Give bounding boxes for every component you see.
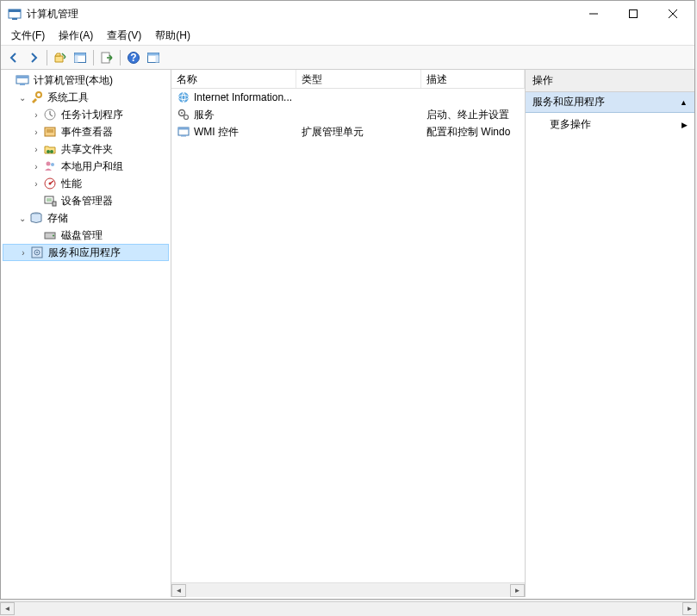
iis-icon: [177, 90, 190, 104]
tree-disk-management[interactable]: 磁盘管理: [3, 227, 169, 244]
menu-action[interactable]: 操作(A): [52, 27, 100, 45]
gears-icon: [177, 108, 190, 121]
tree-label: 本地用户和组: [59, 159, 125, 174]
tree-event-viewer[interactable]: › 事件查看器: [3, 123, 169, 140]
performance-icon: [43, 177, 57, 190]
toolbar-separator: [120, 50, 121, 65]
window-controls: [574, 2, 693, 26]
window-title: 计算机管理: [27, 7, 574, 22]
expand-icon[interactable]: ›: [17, 248, 29, 258]
tree-label: 系统工具: [46, 90, 90, 105]
action-more[interactable]: 更多操作 ▶: [526, 113, 694, 136]
show-hide-tree-button[interactable]: [71, 48, 90, 67]
column-description[interactable]: 描述: [421, 70, 525, 88]
show-hide-action-button[interactable]: [144, 48, 163, 67]
horizontal-scrollbar[interactable]: ◄ ►: [171, 582, 525, 597]
tree-label: 任务计划程序: [59, 108, 125, 122]
tree-services-apps[interactable]: › 服务和应用程序: [3, 244, 169, 261]
computer-management-window: 计算机管理 文件(F) 操作(A) 查看(V) 帮助(H) ? 计算机管理(本地: [0, 0, 695, 600]
up-button[interactable]: [51, 48, 70, 67]
app-icon: [8, 7, 22, 21]
tree-performance[interactable]: › 性能: [3, 175, 169, 192]
tree-local-users[interactable]: › 本地用户和组: [3, 158, 169, 175]
toolbar-separator: [47, 50, 47, 65]
svg-rect-32: [53, 202, 56, 206]
tree-shared-folders[interactable]: › 共享文件夹: [3, 140, 169, 158]
tree-label: 共享文件夹: [59, 142, 115, 157]
column-name[interactable]: 名称: [171, 70, 296, 88]
menu-help[interactable]: 帮助(H): [148, 27, 197, 45]
expand-icon[interactable]: ›: [30, 128, 42, 137]
expand-icon[interactable]: ›: [30, 162, 42, 171]
export-button[interactable]: [97, 48, 116, 67]
svg-rect-18: [20, 84, 25, 85]
list-row[interactable]: WMI 控件 扩展管理单元 配置和控制 Windo: [171, 123, 525, 140]
tree-label: 磁盘管理: [59, 228, 104, 243]
expand-icon[interactable]: ›: [30, 110, 42, 120]
svg-rect-45: [178, 128, 189, 130]
svg-rect-4: [630, 10, 638, 18]
tree-label: 服务和应用程序: [47, 246, 122, 260]
cell-name: 服务: [194, 108, 215, 122]
minimize-button[interactable]: [574, 2, 613, 26]
clock-icon: [43, 108, 57, 121]
tree-label: 计算机管理(本地): [32, 73, 115, 88]
collapse-icon[interactable]: ⌄: [16, 214, 28, 223]
svg-rect-14: [148, 53, 159, 55]
svg-rect-46: [181, 135, 186, 137]
forward-button[interactable]: [24, 48, 43, 67]
column-type[interactable]: 类型: [296, 70, 421, 88]
svg-point-27: [51, 163, 54, 166]
storage-icon: [29, 211, 43, 225]
scroll-left-button[interactable]: ◄: [0, 602, 15, 615]
tree-pane[interactable]: 计算机管理(本地) ⌄ 系统工具 › 任务计划程序 › 事件查看器 › 共享文件…: [1, 70, 171, 597]
svg-rect-15: [156, 55, 159, 62]
event-icon: [43, 125, 57, 139]
outer-horizontal-scrollbar[interactable]: ◄ ►: [0, 601, 697, 616]
scroll-left-button[interactable]: ◄: [171, 584, 186, 597]
scroll-track[interactable]: [15, 602, 682, 615]
list-header: 名称 类型 描述: [171, 70, 525, 89]
scroll-right-button[interactable]: ►: [682, 602, 697, 615]
tree-device-manager[interactable]: 设备管理器: [3, 192, 169, 209]
scroll-right-button[interactable]: ►: [510, 584, 525, 597]
list-row[interactable]: Internet Information...: [171, 89, 525, 106]
svg-point-38: [36, 252, 38, 253]
back-button[interactable]: [4, 48, 23, 67]
tree-label: 存储: [46, 211, 70, 226]
svg-point-29: [49, 183, 52, 185]
svg-point-19: [36, 92, 41, 97]
tree-root[interactable]: 计算机管理(本地): [3, 72, 169, 89]
disk-icon: [43, 228, 57, 242]
action-section-title: 服务和应用程序: [532, 95, 605, 109]
maximize-button[interactable]: [613, 2, 653, 26]
cell-description: 启动、终止并设置: [426, 108, 509, 122]
svg-text:?: ?: [130, 52, 136, 64]
help-button[interactable]: ?: [124, 48, 143, 67]
tree-label: 事件查看器: [59, 125, 115, 140]
svg-point-35: [53, 235, 54, 237]
svg-point-25: [50, 150, 53, 153]
svg-rect-8: [75, 53, 86, 55]
toolbar: ?: [1, 46, 694, 70]
menu-file[interactable]: 文件(F): [4, 27, 52, 45]
expand-icon[interactable]: ›: [30, 179, 42, 189]
content-area: 计算机管理(本地) ⌄ 系统工具 › 任务计划程序 › 事件查看器 › 共享文件…: [1, 70, 694, 597]
scroll-track[interactable]: [186, 584, 510, 597]
svg-point-42: [181, 112, 183, 114]
device-icon: [43, 194, 57, 208]
tree-task-scheduler[interactable]: › 任务计划程序: [3, 106, 169, 123]
action-pane: 操作 服务和应用程序 ▲ 更多操作 ▶: [526, 70, 694, 597]
computer-icon: [16, 73, 29, 87]
svg-rect-2: [12, 18, 17, 20]
collapse-icon[interactable]: ⌄: [16, 93, 28, 103]
tree-system-tools[interactable]: ⌄ 系统工具: [3, 89, 169, 106]
list-row[interactable]: 服务 启动、终止并设置: [171, 106, 525, 123]
list-body[interactable]: Internet Information... 服务 启动、终止并设置: [171, 89, 525, 582]
expand-icon[interactable]: ›: [30, 145, 42, 154]
action-section[interactable]: 服务和应用程序 ▲: [526, 92, 694, 113]
tree-storage[interactable]: ⌄ 存储: [3, 209, 169, 227]
close-button[interactable]: [653, 2, 693, 26]
toolbar-separator: [93, 50, 94, 65]
menu-view[interactable]: 查看(V): [100, 27, 148, 45]
